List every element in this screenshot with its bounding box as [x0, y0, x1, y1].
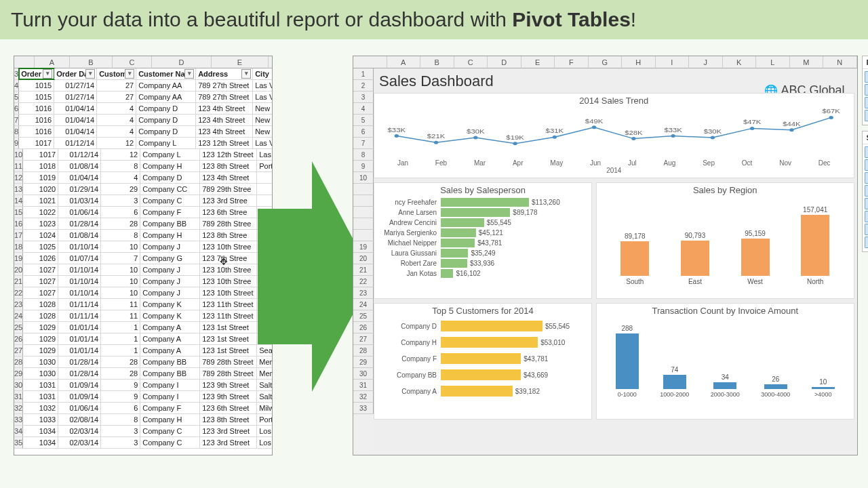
slicer-item[interactable]: South — [865, 97, 869, 108]
salesperson-slicer[interactable]: Salesperson⧩ Andrew CenciniAnne LarsenJa… — [862, 131, 869, 252]
svg-point-3 — [434, 141, 438, 144]
slicer-item[interactable]: North — [865, 84, 869, 96]
trend-chart[interactable]: 2014 Sales Trend $33K$21K$30K$19K$31K$49… — [374, 93, 854, 178]
slicer-item[interactable]: West — [865, 110, 869, 121]
slicer-item[interactable]: Mariya Sergienko — [865, 198, 869, 209]
svg-text:$28K: $28K — [625, 129, 643, 136]
svg-text:$33K: $33K — [388, 127, 406, 134]
slicer-item[interactable]: East — [865, 71, 869, 83]
svg-text:$44K: $44K — [783, 121, 801, 127]
svg-text:$31K: $31K — [546, 127, 564, 134]
svg-text:$30K: $30K — [467, 128, 485, 135]
top5-chart[interactable]: Top 5 Customers for 2014 Company D$55,54… — [374, 303, 592, 420]
svg-point-13 — [631, 137, 635, 140]
region-slicer[interactable]: Region⧩ EastNorthSouthWest — [862, 56, 869, 125]
slicer-item[interactable]: Anne Larsen — [865, 159, 869, 171]
svg-text:$21K: $21K — [427, 133, 446, 140]
slicer-item[interactable]: Laura Giussani — [865, 185, 869, 197]
svg-point-17 — [711, 136, 715, 140]
svg-text:$67K: $67K — [822, 108, 840, 115]
slicer-item[interactable]: Andrew Cencini — [865, 146, 869, 158]
transaction-chart[interactable]: Transaction Count by Invoice Amount 2880… — [596, 303, 854, 420]
svg-text:$47K: $47K — [743, 119, 762, 125]
source-spreadsheet[interactable]: ABCDEF 3OrderOrder DaCustomerCustomer Na… — [14, 56, 273, 455]
dashboard-spreadsheet[interactable]: ABCDEFGHIJKLMN 1234567891019202122232425… — [353, 56, 858, 455]
svg-text:$33K: $33K — [664, 127, 682, 134]
svg-point-15 — [671, 134, 675, 138]
slicer-item[interactable]: Jan Kotas — [865, 172, 869, 184]
slicer-item[interactable]: Michael Neipper — [865, 211, 869, 222]
slicer-item[interactable]: Nancy Freehafer — [865, 224, 869, 235]
svg-point-19 — [750, 127, 754, 130]
region-chart[interactable]: Sales by Region 89,178South90,793East95,… — [596, 182, 854, 299]
slicer-item[interactable]: Robert Zare — [865, 237, 869, 248]
svg-point-5 — [473, 136, 477, 140]
svg-text:$30K: $30K — [704, 128, 722, 135]
banner: Turn your data into a beautiful report o… — [0, 0, 868, 39]
svg-point-1 — [395, 134, 399, 138]
svg-text:$19K: $19K — [506, 134, 524, 141]
svg-point-9 — [553, 136, 557, 139]
svg-point-7 — [513, 142, 517, 145]
svg-point-23 — [829, 116, 833, 119]
salesperson-chart[interactable]: Sales by Salesperson ncy Freehafer$113,2… — [374, 182, 592, 299]
svg-text:$49K: $49K — [585, 118, 604, 125]
svg-point-11 — [592, 125, 596, 129]
svg-point-21 — [789, 128, 793, 131]
